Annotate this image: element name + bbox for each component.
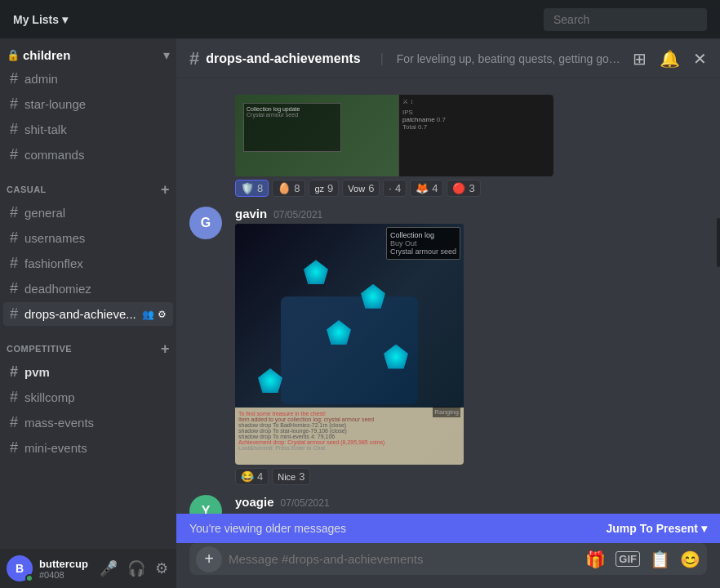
message-input[interactable] [229, 543, 579, 575]
group-children-header[interactable]: 🔒 children ▾ [0, 39, 176, 66]
reaction-vow[interactable]: Vow 6 [342, 180, 380, 197]
settings-icon: ⚙ [158, 309, 167, 320]
game-background: Collection log Buy Out Crystal armour se… [235, 224, 464, 465]
chevron-down-icon: ▾ [701, 522, 707, 535]
reaction-nice[interactable]: Nice 3 [272, 468, 310, 485]
reaction-dot[interactable]: · 4 [383, 180, 407, 197]
reaction-count: 4 [432, 182, 438, 194]
sidebar-item-pvm[interactable]: # pvm [3, 360, 173, 384]
scrollbar[interactable] [717, 218, 720, 267]
channel-header-icons: ⊞ 🔔 ✕ [633, 49, 707, 69]
gift-button[interactable]: 🎁 [585, 550, 606, 569]
gif-button[interactable]: GIF [616, 551, 640, 567]
input-actions: 🎁 GIF 📋 😊 [585, 550, 700, 569]
hash-icon: # [10, 280, 18, 297]
hash-icon: # [10, 204, 18, 221]
laugh-emoji: 😂 [241, 470, 254, 483]
sidebar-item-admin[interactable]: # admin [3, 67, 173, 91]
threads-icon[interactable]: ⊞ [633, 49, 647, 69]
reaction-shield[interactable]: 🛡️ 8 [235, 180, 269, 197]
main-layout: 🔒 children ▾ # admin # star-lounge # shi… [0, 39, 720, 588]
sidebar-item-shit-talk[interactable]: # shit-talk [3, 118, 173, 141]
sidebar-item-mass-events[interactable]: # mass-events [3, 411, 173, 434]
reaction-count: 8 [257, 182, 263, 194]
partial-screenshot: Collection log update Crystal armour see… [235, 95, 553, 176]
game-ui-bar: ⚔ ↕ IPSpatchname 0.7Total 0.7 [398, 95, 553, 176]
jump-to-present-button[interactable]: Jump To Present ▾ [606, 522, 707, 535]
channel-name-fashionflex: fashionflex [24, 256, 167, 270]
bell-icon[interactable]: 🔔 [660, 49, 680, 69]
reaction-egg[interactable]: 🥚 8 [272, 180, 305, 197]
settings-button[interactable]: ⚙ [153, 558, 170, 579]
close-icon[interactable]: ✕ [693, 49, 707, 69]
yoagie-username: yoagie [235, 495, 274, 509]
channel-name-usernames: usernames [24, 231, 167, 245]
reaction-red[interactable]: 🔴 3 [447, 180, 480, 197]
channel-name-admin: admin [24, 72, 167, 86]
casual-section-header[interactable]: CASUAL + [0, 167, 176, 200]
username: buttercup [39, 558, 91, 570]
sidebar-item-fashionflex[interactable]: # fashionflex [3, 252, 173, 275]
egg-emoji: 🥚 [278, 182, 291, 194]
search-input[interactable] [544, 8, 707, 31]
sidebar-item-commands[interactable]: # commands [3, 143, 173, 167]
reaction-gz[interactable]: gz 9 [309, 180, 339, 197]
channel-extra-icons: 👥 ⚙ [142, 309, 167, 320]
channel-header-hash-icon: # [189, 48, 199, 69]
message-group-gavin: G gavin 07/05/2021 [176, 203, 720, 488]
dot-emoji: · [389, 182, 392, 194]
content-area: # drops-and-achievements | For leveling … [176, 39, 720, 588]
channel-header-topic: For leveling up, beating quests, getting… [397, 52, 626, 65]
crystal-node [258, 368, 282, 393]
hash-icon: # [10, 305, 18, 323]
channel-name-drops: drops-and-achieve... [24, 307, 137, 321]
sidebar-item-general[interactable]: # general [3, 201, 173, 225]
sidebar-item-mini-events[interactable]: # mini-events [3, 436, 173, 460]
reaction-fox[interactable]: 🦊 4 [410, 180, 443, 197]
game-screenshot: Collection log Buy Out Crystal armour se… [235, 224, 464, 465]
headset-button[interactable]: 🎧 [126, 558, 147, 579]
status-dot [25, 574, 33, 582]
channel-name-commands: commands [24, 148, 167, 162]
sidebar-item-usernames[interactable]: # usernames [3, 226, 173, 250]
nitro-sticker-button[interactable]: 📋 [650, 550, 670, 569]
reaction-count: 3 [299, 470, 304, 483]
add-channel-icon[interactable]: + [161, 341, 170, 356]
sidebar-item-skillcomp[interactable]: # skillcomp [3, 385, 173, 409]
top-bar: My Lists ▾ [0, 0, 720, 39]
emoji-button[interactable]: 😊 [680, 550, 700, 569]
hash-icon: # [10, 439, 18, 457]
channel-name-shit-talk: shit-talk [24, 122, 167, 136]
sidebar-item-deadhomiez[interactable]: # deadhomiez [3, 277, 173, 301]
user-controls: 🎤 🎧 ⚙ [98, 558, 170, 579]
channel-name-skillcomp: skillcomp [24, 390, 167, 404]
sidebar-item-star-lounge[interactable]: # star-lounge [3, 92, 173, 116]
my-lists-label: My Lists [13, 13, 59, 26]
fox-emoji: 🦊 [416, 182, 429, 194]
top-bar-left: My Lists ▾ [13, 13, 68, 26]
my-lists-button[interactable]: My Lists ▾ [13, 13, 68, 26]
sidebar-item-drops-achievements[interactable]: # drops-and-achieve... 👥 ⚙ [3, 302, 173, 326]
casual-label: CASUAL [7, 185, 47, 194]
reaction-laugh[interactable]: 😂 4 [235, 468, 269, 485]
add-channel-icon[interactable]: + [161, 182, 170, 197]
chat-log: To find some treasure in the chest! Item… [235, 408, 464, 465]
channel-name-mass-events: mass-events [24, 416, 167, 430]
gavin-timestamp: 07/05/2021 [273, 209, 322, 220]
banner-text: You're viewing older messages [189, 522, 346, 535]
add-attachment-button[interactable]: + [196, 546, 222, 572]
ui-overlay: Collection log Buy Out Crystal armour se… [386, 227, 460, 260]
competitive-section-header[interactable]: COMPETITIVE + [0, 327, 176, 359]
chevron-down-icon: ▾ [62, 13, 68, 26]
avatar-letter: B [16, 562, 24, 575]
messages-area: Collection log update Crystal armour see… [176, 78, 720, 543]
mute-button[interactable]: 🎤 [98, 558, 119, 579]
message-input-area: + 🎁 GIF 📋 😊 [176, 543, 720, 588]
gavin-message-header: gavin 07/05/2021 [235, 207, 707, 220]
people-icon: 👥 [142, 309, 154, 320]
yoagie-timestamp: 07/05/2021 [281, 497, 330, 509]
crystal-node [304, 260, 328, 284]
hash-icon: # [10, 255, 18, 272]
nice-text: Nice [278, 472, 296, 482]
reaction-count: 4 [257, 470, 263, 483]
